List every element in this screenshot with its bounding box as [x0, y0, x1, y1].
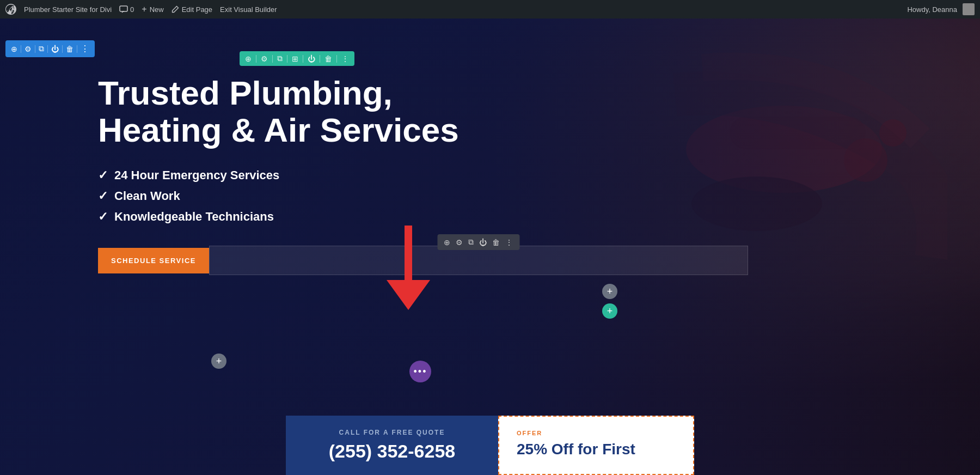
green-power-icon[interactable]: ⏻ — [308, 54, 315, 63]
green-move-icon[interactable]: ⊕ — [245, 54, 252, 63]
call-card: CALL FOR A FREE QUOTE (255) 352-6258 — [286, 416, 498, 475]
offer-title: 25% Off for First — [517, 441, 676, 458]
module-toolbar-dark[interactable]: ⊕ ⚙ ⧉ ⏻ 🗑 ⋮ — [437, 234, 519, 250]
user-avatar[interactable] — [963, 3, 975, 15]
section-add-button-container: + — [211, 354, 226, 369]
red-arrow — [381, 226, 436, 315]
offer-card: OFFER 25% Off for First — [498, 416, 694, 475]
checklist-text-1: 24 Hour Emergency Services — [114, 168, 279, 182]
module-toolbar-green[interactable]: ⊕ ⚙ ⧉ ⊞ ⏻ 🗑 ⋮ — [240, 51, 354, 66]
dark-power-icon[interactable]: ⏻ — [479, 238, 487, 247]
dark-settings-icon[interactable]: ⚙ — [456, 238, 463, 247]
checklist-item-1: ✓ 24 Hour Emergency Services — [98, 168, 980, 182]
hero-checklist: ✓ 24 Hour Emergency Services ✓ Clean Wor… — [98, 168, 980, 224]
checklist-text-3: Knowledgeable Technicians — [114, 210, 274, 224]
green-trash-icon[interactable]: 🗑 — [324, 54, 332, 63]
green-grid-icon[interactable]: ⊞ — [292, 54, 298, 63]
check-icon-3: ✓ — [98, 210, 108, 224]
dark-move-icon[interactable]: ⊕ — [444, 238, 450, 247]
admin-bar-left: Plumber Starter Site for Divi 0 + New Ed… — [5, 4, 898, 15]
divi-duplicate-icon[interactable]: ⧉ — [39, 44, 44, 53]
divi-power-icon[interactable]: ⏻ — [51, 45, 59, 53]
hero-content: ⊕ ⚙ ⧉ ⊞ ⏻ 🗑 ⋮ Trusted Plumbing, Heating … — [0, 19, 980, 319]
bottom-cards: CALL FOR A FREE QUOTE (255) 352-6258 OFF… — [286, 416, 694, 475]
howdy-label: Howdy, Deanna — [907, 5, 957, 14]
new-button[interactable]: + New — [142, 4, 163, 14]
admin-bar-right: Howdy, Deanna — [907, 3, 975, 15]
svg-marker-7 — [387, 280, 430, 310]
add-row-container: + + — [240, 284, 980, 319]
dark-trash-icon[interactable]: 🗑 — [492, 238, 500, 247]
wp-logo[interactable] — [5, 4, 16, 15]
add-row-button[interactable]: + — [602, 284, 617, 299]
green-settings-icon[interactable]: ⚙ — [261, 54, 268, 63]
cta-bar: ⊕ ⚙ ⧉ ⏻ 🗑 ⋮ — [209, 246, 748, 275]
edit-page-button[interactable]: Edit Page — [171, 5, 212, 14]
section-add-left-button[interactable]: + — [211, 354, 226, 369]
check-icon-1: ✓ — [98, 168, 108, 182]
add-section-button[interactable]: + — [602, 303, 617, 319]
divi-settings-icon[interactable]: ⚙ — [24, 45, 32, 53]
call-card-phone: (255) 352-6258 — [308, 441, 476, 462]
divi-more-icon[interactable]: ⋮ — [81, 44, 89, 54]
svg-rect-0 — [120, 6, 127, 11]
divi-section-toolbar[interactable]: ⊕ ⚙ ⧉ ⏻ 🗑 ⋮ — [5, 40, 95, 57]
admin-bar: Plumber Starter Site for Divi 0 + New Ed… — [0, 0, 980, 19]
call-card-label: CALL FOR A FREE QUOTE — [308, 429, 476, 436]
checklist-item-3: ✓ Knowledgeable Technicians — [98, 210, 980, 224]
cta-row: SCHEDULE SERVICE ⊕ ⚙ ⧉ ⏻ 🗑 ⋮ — [98, 246, 980, 275]
floating-dots-button[interactable]: ••• — [409, 361, 431, 382]
hero-title: Trusted Plumbing, Heating & Air Services — [98, 75, 479, 149]
dark-duplicate-icon[interactable]: ⧉ — [468, 238, 474, 247]
exit-builder-button[interactable]: Exit Visual Builder — [220, 5, 277, 14]
check-icon-2: ✓ — [98, 189, 108, 203]
offer-label: OFFER — [517, 430, 676, 436]
checklist-item-2: ✓ Clean Work — [98, 189, 980, 203]
checklist-text-2: Clean Work — [114, 189, 180, 203]
hero-section: ⊕ ⚙ ⧉ ⏻ 🗑 ⋮ ⊕ ⚙ ⧉ ⊞ ⏻ 🗑 ⋮ Trusted Plum — [0, 19, 980, 475]
divi-move-icon[interactable]: ⊕ — [11, 45, 17, 53]
dark-more-icon[interactable]: ⋮ — [505, 238, 513, 247]
comment-count: 0 — [130, 5, 134, 14]
site-name[interactable]: Plumber Starter Site for Divi — [24, 5, 112, 14]
divi-trash-icon[interactable]: 🗑 — [66, 45, 74, 53]
green-more-icon[interactable]: ⋮ — [341, 54, 349, 63]
comment-icon[interactable]: 0 — [119, 5, 134, 14]
dots-icon: ••• — [414, 367, 427, 376]
green-duplicate-icon[interactable]: ⧉ — [277, 54, 283, 63]
schedule-service-button[interactable]: SCHEDULE SERVICE — [98, 248, 209, 273]
